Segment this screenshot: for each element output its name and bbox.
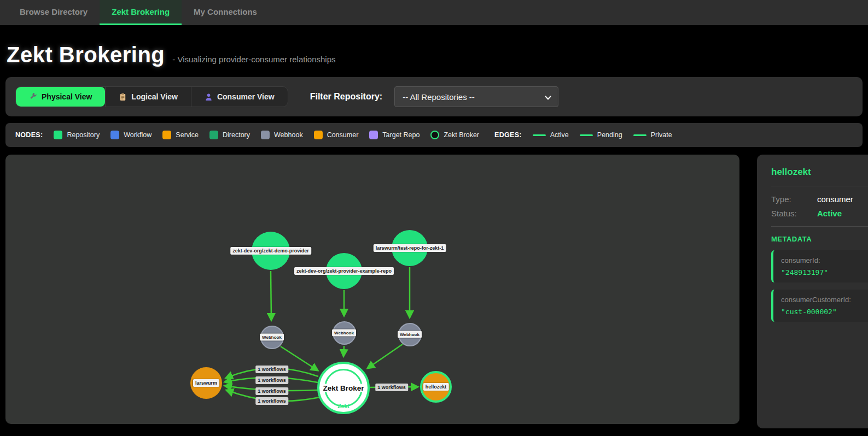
metadata-key: consumerId: xyxy=(781,256,868,264)
private-edge-swatch xyxy=(633,134,646,136)
webhook-swatch xyxy=(261,131,270,139)
status-label: Status: xyxy=(771,209,817,218)
service-swatch xyxy=(162,131,171,139)
legend-item-active-edge: Active xyxy=(533,131,569,139)
top-nav: Browse Directory Zekt Brokering My Conne… xyxy=(0,0,868,25)
legend-label: Consumer xyxy=(327,131,359,139)
toolbar: Physical View Logical View Consumer View… xyxy=(5,77,863,116)
node-label-larswurm: larswurm xyxy=(193,379,219,387)
graph-edges xyxy=(5,155,739,424)
zekt-broker-ring-icon xyxy=(430,131,439,139)
legend-label: Target Repo xyxy=(382,131,420,139)
legend-label: Active xyxy=(550,131,569,139)
metadata-heading: METADATA xyxy=(771,235,868,243)
pending-edge-swatch xyxy=(580,134,593,136)
metadata-key: consumerCustomerId: xyxy=(781,296,868,304)
edge-label-workflows-2: 1 workflows xyxy=(255,376,288,384)
repository-filter-value: -- All Repositories -- xyxy=(403,92,475,102)
node-label-test-repo-for-zekt-1: larswurm/test-repo-for-zekt-1 xyxy=(374,244,446,252)
tab-my-connections[interactable]: My Connections xyxy=(182,0,269,25)
wrench-icon xyxy=(29,93,37,101)
legend-label: Workflow xyxy=(124,131,152,139)
divider xyxy=(771,186,868,186)
detail-title: hellozekt xyxy=(771,167,868,178)
legend-label: Webhook xyxy=(274,131,303,139)
legend-item-zekt-broker: Zekt Broker xyxy=(430,131,479,139)
metadata-card-consumer-customer-id: consumerCustomerId: "cust-000002" xyxy=(771,290,868,322)
legend-edges-title: EDGES: xyxy=(494,131,522,139)
legend-item-target-repo: Target Repo xyxy=(369,131,420,139)
chevron-down-icon xyxy=(545,93,551,100)
page-header: Zekt Brokering - Visualizing provider-co… xyxy=(0,25,868,72)
legend-nodes-title: NODES: xyxy=(15,131,43,139)
tab-browse-directory[interactable]: Browse Directory xyxy=(8,0,100,25)
legend-label: Pending xyxy=(597,131,622,139)
repository-filter-select[interactable]: -- All Repositories -- xyxy=(394,86,558,107)
person-icon xyxy=(205,93,213,101)
physical-view-button[interactable]: Physical View xyxy=(16,87,105,107)
zekt-broker-label: Zekt Broker xyxy=(321,384,365,392)
legend-label: Repository xyxy=(67,131,100,139)
target-repo-swatch xyxy=(369,131,378,139)
node-label-zekt-provider-example-repo: zekt-dev-org/zekt-provider-example-repo xyxy=(294,267,394,275)
clipboard-icon xyxy=(119,93,127,101)
legend-label: Service xyxy=(176,131,199,139)
legend-item-workflow: Workflow xyxy=(110,131,152,139)
consumer-view-label: Consumer View xyxy=(217,92,275,101)
node-label-webhook-2: Webhook xyxy=(332,329,356,337)
legend-item-pending-edge: Pending xyxy=(580,131,622,139)
consumer-swatch xyxy=(314,131,323,139)
legend-label: Directory xyxy=(223,131,250,139)
type-label: Type: xyxy=(771,195,817,204)
status-badge: Active xyxy=(817,209,868,218)
detail-type-row: Type: consumer xyxy=(771,195,868,204)
logical-view-label: Logical View xyxy=(131,92,178,101)
edge-label-workflows-3: 1 workflows xyxy=(255,387,288,395)
legend-label: Zekt Broker xyxy=(444,131,479,139)
graph-canvas[interactable]: Zekt Broker Zekt zekt-dev-org/zekt-demo-… xyxy=(5,155,739,424)
repository-swatch xyxy=(54,131,62,139)
edge-label-workflows-1: 1 workflows xyxy=(255,366,288,373)
legend-item-consumer: Consumer xyxy=(314,131,359,139)
filter-repository-label: Filter Repository: xyxy=(310,92,382,102)
tab-zekt-brokering[interactable]: Zekt Brokering xyxy=(100,0,182,25)
node-zekt-broker[interactable]: Zekt Broker Zekt xyxy=(317,362,370,414)
node-label-webhook-3: Webhook xyxy=(398,331,422,338)
zekt-broker-sublabel: Zekt xyxy=(319,403,368,409)
detail-status-row: Status: Active xyxy=(771,209,868,218)
edge-label-workflows-5: 1 workflows xyxy=(375,384,408,391)
legend-item-private-edge: Private xyxy=(633,131,672,139)
metadata-card-consumer-id: consumerId: "248913197" xyxy=(771,250,868,282)
legend-item-repository: Repository xyxy=(54,131,100,139)
detail-panel: hellozekt Type: consumer Status: Active … xyxy=(757,155,868,428)
legend-label: Private xyxy=(651,131,672,139)
active-edge-swatch xyxy=(533,134,546,136)
view-switcher: Physical View Logical View Consumer View xyxy=(15,86,288,107)
workflow-swatch xyxy=(110,131,119,139)
consumer-view-button[interactable]: Consumer View xyxy=(191,87,288,107)
main-content: Zekt Broker Zekt zekt-dev-org/zekt-demo-… xyxy=(5,155,868,428)
divider xyxy=(771,226,868,227)
metadata-value: "248913197" xyxy=(781,268,868,276)
page-title: Zekt Brokering xyxy=(7,43,165,67)
type-value: consumer xyxy=(817,195,868,204)
legend-item-service: Service xyxy=(162,131,199,139)
graph-legend: NODES: Repository Workflow Service Direc… xyxy=(5,123,863,147)
directory-swatch xyxy=(209,131,218,139)
physical-view-label: Physical View xyxy=(42,92,92,101)
metadata-value: "cust-000002" xyxy=(781,308,868,316)
legend-item-directory: Directory xyxy=(209,131,250,139)
legend-item-webhook: Webhook xyxy=(261,131,303,139)
logical-view-button[interactable]: Logical View xyxy=(105,87,191,107)
node-label-zekt-demo-provider: zekt-dev-org/zekt-demo-provider xyxy=(230,247,311,255)
node-label-webhook-1: Webhook xyxy=(260,334,284,341)
edge-label-workflows-4: 1 workflows xyxy=(255,397,288,405)
node-label-hellozekt: hellozekt xyxy=(423,383,449,391)
page-subtitle: - Visualizing provider-consumer relation… xyxy=(172,55,335,64)
